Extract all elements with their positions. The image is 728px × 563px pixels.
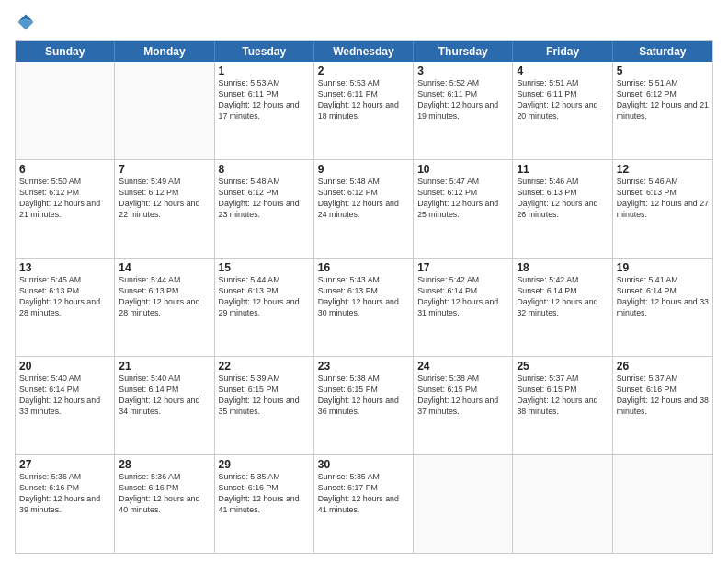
day-number: 21: [119, 360, 210, 373]
day-number: 12: [617, 163, 709, 176]
day-info: Sunrise: 5:50 AM Sunset: 6:12 PM Dayligh…: [19, 177, 110, 221]
calendar-cell: [613, 455, 712, 553]
calendar-cell: 20Sunrise: 5:40 AM Sunset: 6:14 PM Dayli…: [16, 357, 115, 454]
day-info: Sunrise: 5:52 AM Sunset: 6:11 PM Dayligh…: [417, 78, 508, 122]
day-info: Sunrise: 5:40 AM Sunset: 6:14 PM Dayligh…: [119, 373, 210, 418]
calendar-cell: 16Sunrise: 5:43 AM Sunset: 6:13 PM Dayli…: [314, 259, 414, 356]
day-number: 18: [517, 261, 608, 274]
day-info: Sunrise: 5:36 AM Sunset: 6:16 PM Dayligh…: [19, 472, 110, 516]
day-info: Sunrise: 5:35 AM Sunset: 6:17 PM Dayligh…: [318, 472, 409, 516]
cal-header-cell: Friday: [513, 41, 612, 62]
calendar-cell: 4Sunrise: 5:51 AM Sunset: 6:11 PM Daylig…: [513, 62, 612, 159]
day-number: 9: [318, 163, 409, 176]
day-info: Sunrise: 5:39 AM Sunset: 6:15 PM Dayligh…: [219, 373, 310, 418]
cal-header-cell: Thursday: [414, 41, 513, 62]
calendar-cell: 22Sunrise: 5:39 AM Sunset: 6:15 PM Dayli…: [215, 357, 314, 454]
calendar-row: 1Sunrise: 5:53 AM Sunset: 6:11 PM Daylig…: [16, 62, 712, 159]
calendar-row: 27Sunrise: 5:36 AM Sunset: 6:16 PM Dayli…: [16, 454, 712, 553]
logo: [15, 11, 40, 33]
calendar-cell: 26Sunrise: 5:37 AM Sunset: 6:16 PM Dayli…: [613, 357, 712, 454]
header: [15, 11, 713, 33]
day-info: Sunrise: 5:46 AM Sunset: 6:13 PM Dayligh…: [617, 177, 709, 221]
day-info: Sunrise: 5:35 AM Sunset: 6:16 PM Dayligh…: [219, 472, 310, 516]
day-number: 19: [617, 261, 709, 274]
day-number: 10: [417, 163, 508, 176]
calendar-cell: 28Sunrise: 5:36 AM Sunset: 6:16 PM Dayli…: [115, 455, 214, 553]
calendar-row: 13Sunrise: 5:45 AM Sunset: 6:13 PM Dayli…: [16, 258, 712, 356]
day-info: Sunrise: 5:47 AM Sunset: 6:12 PM Dayligh…: [417, 177, 508, 221]
calendar-cell: 12Sunrise: 5:46 AM Sunset: 6:13 PM Dayli…: [613, 160, 712, 258]
day-number: 6: [19, 163, 110, 176]
day-info: Sunrise: 5:41 AM Sunset: 6:14 PM Dayligh…: [617, 275, 709, 319]
day-info: Sunrise: 5:46 AM Sunset: 6:13 PM Dayligh…: [517, 177, 608, 221]
day-info: Sunrise: 5:37 AM Sunset: 6:15 PM Dayligh…: [517, 373, 608, 418]
calendar-cell: [513, 455, 612, 553]
day-info: Sunrise: 5:53 AM Sunset: 6:11 PM Dayligh…: [219, 78, 310, 122]
day-info: Sunrise: 5:49 AM Sunset: 6:12 PM Dayligh…: [119, 177, 210, 221]
day-number: 30: [318, 458, 409, 471]
calendar-cell: 9Sunrise: 5:48 AM Sunset: 6:12 PM Daylig…: [314, 160, 414, 258]
calendar-cell: 1Sunrise: 5:53 AM Sunset: 6:11 PM Daylig…: [215, 62, 314, 159]
day-number: 3: [417, 64, 508, 77]
cal-header-cell: Monday: [115, 41, 214, 62]
day-number: 7: [119, 163, 210, 176]
day-number: 17: [417, 261, 508, 274]
calendar-page: SundayMondayTuesdayWednesdayThursdayFrid…: [0, 0, 728, 563]
day-number: 16: [318, 261, 409, 274]
day-info: Sunrise: 5:37 AM Sunset: 6:16 PM Dayligh…: [617, 373, 709, 418]
day-number: 22: [219, 360, 310, 373]
calendar-cell: 6Sunrise: 5:50 AM Sunset: 6:12 PM Daylig…: [16, 160, 115, 258]
day-info: Sunrise: 5:40 AM Sunset: 6:14 PM Dayligh…: [19, 373, 110, 418]
calendar-cell: 7Sunrise: 5:49 AM Sunset: 6:12 PM Daylig…: [115, 160, 214, 258]
cal-header-cell: Sunday: [16, 41, 115, 62]
calendar-row: 6Sunrise: 5:50 AM Sunset: 6:12 PM Daylig…: [16, 159, 712, 258]
calendar: SundayMondayTuesdayWednesdayThursdayFrid…: [15, 40, 713, 554]
day-number: 15: [219, 261, 310, 274]
calendar-cell: 23Sunrise: 5:38 AM Sunset: 6:15 PM Dayli…: [314, 357, 414, 454]
day-info: Sunrise: 5:42 AM Sunset: 6:14 PM Dayligh…: [517, 275, 608, 319]
day-info: Sunrise: 5:51 AM Sunset: 6:12 PM Dayligh…: [617, 78, 709, 122]
day-info: Sunrise: 5:38 AM Sunset: 6:15 PM Dayligh…: [417, 373, 508, 418]
calendar-cell: 30Sunrise: 5:35 AM Sunset: 6:17 PM Dayli…: [314, 455, 414, 553]
day-number: 13: [19, 261, 110, 274]
calendar-cell: 25Sunrise: 5:37 AM Sunset: 6:15 PM Dayli…: [513, 357, 612, 454]
day-info: Sunrise: 5:36 AM Sunset: 6:16 PM Dayligh…: [119, 472, 210, 516]
calendar-cell: 27Sunrise: 5:36 AM Sunset: 6:16 PM Dayli…: [16, 455, 115, 553]
day-number: 2: [318, 64, 409, 77]
calendar-cell: 14Sunrise: 5:44 AM Sunset: 6:13 PM Dayli…: [115, 259, 214, 356]
calendar-cell: 17Sunrise: 5:42 AM Sunset: 6:14 PM Dayli…: [414, 259, 513, 356]
calendar-cell: [115, 62, 214, 159]
day-number: 23: [318, 360, 409, 373]
calendar-cell: 13Sunrise: 5:45 AM Sunset: 6:13 PM Dayli…: [16, 259, 115, 356]
cal-header-cell: Wednesday: [314, 41, 414, 62]
day-info: Sunrise: 5:44 AM Sunset: 6:13 PM Dayligh…: [119, 275, 210, 319]
calendar-cell: 29Sunrise: 5:35 AM Sunset: 6:16 PM Dayli…: [215, 455, 314, 553]
day-info: Sunrise: 5:45 AM Sunset: 6:13 PM Dayligh…: [19, 275, 110, 319]
day-number: 8: [219, 163, 310, 176]
calendar-cell: [414, 455, 513, 553]
day-info: Sunrise: 5:38 AM Sunset: 6:15 PM Dayligh…: [318, 373, 409, 418]
calendar-cell: 24Sunrise: 5:38 AM Sunset: 6:15 PM Dayli…: [414, 357, 513, 454]
calendar-cell: 15Sunrise: 5:44 AM Sunset: 6:13 PM Dayli…: [215, 259, 314, 356]
calendar-cell: 5Sunrise: 5:51 AM Sunset: 6:12 PM Daylig…: [613, 62, 712, 159]
calendar-cell: 10Sunrise: 5:47 AM Sunset: 6:12 PM Dayli…: [414, 160, 513, 258]
day-number: 1: [219, 64, 310, 77]
day-number: 27: [19, 458, 110, 471]
day-info: Sunrise: 5:43 AM Sunset: 6:13 PM Dayligh…: [318, 275, 409, 319]
calendar-cell: 3Sunrise: 5:52 AM Sunset: 6:11 PM Daylig…: [414, 62, 513, 159]
day-number: 5: [617, 64, 709, 77]
calendar-body: 1Sunrise: 5:53 AM Sunset: 6:11 PM Daylig…: [16, 62, 712, 553]
day-number: 24: [417, 360, 508, 373]
day-info: Sunrise: 5:51 AM Sunset: 6:11 PM Dayligh…: [517, 78, 608, 122]
day-info: Sunrise: 5:48 AM Sunset: 6:12 PM Dayligh…: [219, 177, 310, 221]
day-info: Sunrise: 5:42 AM Sunset: 6:14 PM Dayligh…: [417, 275, 508, 319]
logo-icon: [15, 11, 37, 33]
day-number: 26: [617, 360, 709, 373]
calendar-cell: 2Sunrise: 5:53 AM Sunset: 6:11 PM Daylig…: [314, 62, 414, 159]
day-info: Sunrise: 5:53 AM Sunset: 6:11 PM Dayligh…: [318, 78, 409, 122]
calendar-cell: 8Sunrise: 5:48 AM Sunset: 6:12 PM Daylig…: [215, 160, 314, 258]
cal-header-cell: Tuesday: [215, 41, 314, 62]
day-number: 28: [119, 458, 210, 471]
calendar-row: 20Sunrise: 5:40 AM Sunset: 6:14 PM Dayli…: [16, 356, 712, 454]
calendar-cell: [16, 62, 115, 159]
